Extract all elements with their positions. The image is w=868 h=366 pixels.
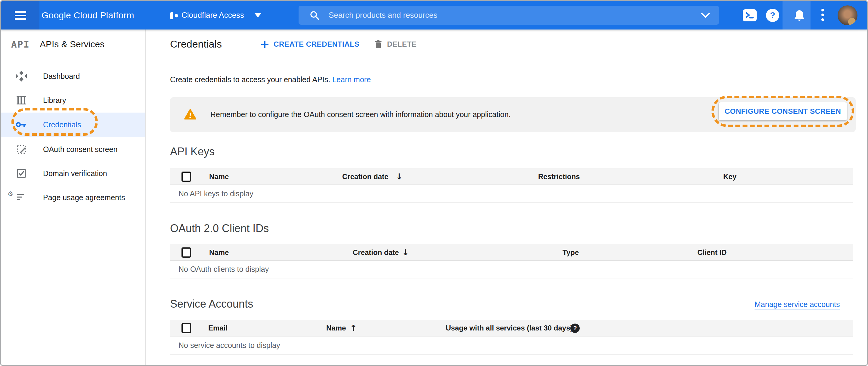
select-all-checkbox[interactable] [182, 247, 191, 257]
api-product-icon: API [11, 39, 30, 50]
column-header-creation-date[interactable]: Creation date [342, 168, 388, 185]
consent-warning-banner: Remember to configure the OAuth consent … [170, 97, 856, 132]
browser-window: Google Cloud Platform Cloudflare Access [0, 0, 868, 366]
service-accounts-table-header: Email Name ↑ Usage with all services (la… [170, 319, 852, 336]
sidebar-item-dashboard[interactable]: Dashboard [1, 64, 145, 88]
manage-service-accounts-link[interactable]: Manage service accounts [754, 300, 840, 309]
search-input[interactable] [329, 6, 684, 25]
sidebar-item-library[interactable]: Library [1, 88, 145, 112]
create-credentials-button[interactable]: CREATE CREDENTIALS [260, 30, 359, 59]
service-accounts-empty-row: No service accounts to display [170, 336, 852, 355]
column-header-name[interactable]: Name [326, 319, 346, 336]
terminal-icon [745, 11, 754, 19]
oauth-clients-empty-row: No OAuth clients to display [170, 261, 852, 278]
consent-screen-icon [16, 143, 27, 155]
page-usage-icon [16, 191, 27, 204]
oauth-clients-heading: OAuth 2.0 Client IDs [170, 222, 269, 235]
sidebar-product-title: APIs & Services [40, 30, 104, 59]
hamburger-menu-icon[interactable] [15, 11, 26, 22]
column-header-restrictions[interactable]: Restrictions [538, 168, 580, 185]
column-header-creation-date[interactable]: Creation date [353, 244, 399, 261]
sidebar-item-page-usage-agreements[interactable]: ⚙ Page usage agreements [1, 185, 145, 210]
sidebar: API APIs & Services Dashboard Library [1, 30, 146, 365]
usage-help-icon[interactable]: ? [570, 324, 580, 333]
main-content: Credentials CREATE CREDENTIALS DELETE Cr… [146, 30, 867, 365]
sidebar-header: API APIs & Services [1, 30, 145, 59]
plus-icon [260, 40, 269, 49]
delete-button[interactable]: DELETE [374, 30, 416, 59]
column-header-key[interactable]: Key [723, 168, 737, 185]
column-header-type[interactable]: Type [562, 244, 579, 261]
column-header-name[interactable]: Name [209, 244, 229, 261]
column-header-name[interactable]: Name [209, 168, 229, 185]
search-bar[interactable] [299, 6, 719, 25]
api-keys-heading: API Keys [170, 145, 215, 158]
account-avatar[interactable] [838, 5, 858, 25]
dashboard-icon [16, 70, 27, 82]
top-app-bar: Google Cloud Platform Cloudflare Access [1, 1, 867, 30]
configure-consent-screen-button[interactable]: CONFIGURE CONSENT SCREEN [719, 102, 847, 120]
help-button[interactable]: ? [766, 9, 779, 22]
domain-verification-icon [16, 167, 27, 179]
project-hexagons-icon [169, 10, 179, 21]
gear-icon: ⚙ [7, 190, 13, 197]
sidebar-item-domain-verification[interactable]: Domain verification [1, 161, 145, 185]
select-all-checkbox[interactable] [182, 172, 191, 182]
cloud-shell-button[interactable] [743, 9, 757, 21]
warning-triangle-icon [184, 109, 196, 120]
page-title: Credentials [170, 30, 222, 59]
sidebar-item-credentials[interactable]: Credentials [1, 113, 145, 137]
gcp-logo[interactable]: Google Cloud Platform [41, 1, 134, 30]
question-icon: ? [770, 10, 775, 20]
project-name: Cloudflare Access [182, 1, 244, 30]
caret-down-icon [255, 13, 261, 18]
more-options-icon[interactable] [822, 9, 824, 23]
service-accounts-heading: Service Accounts [170, 298, 253, 310]
column-header-client-id[interactable]: Client ID [698, 244, 726, 261]
page-toolbar: Credentials CREATE CREDENTIALS DELETE [146, 30, 867, 59]
sort-desc-icon[interactable]: ↓ [396, 168, 403, 185]
api-keys-empty-row: No API keys to display [170, 185, 852, 203]
notifications-bell-icon[interactable] [793, 9, 805, 22]
trash-icon [374, 39, 383, 49]
sidebar-item-oauth-consent-screen[interactable]: OAuth consent screen [1, 137, 145, 161]
oauth-clients-table-header: Name Creation date ↓ Type Client ID [170, 244, 852, 261]
chevron-down-icon[interactable] [700, 12, 711, 18]
sort-asc-icon[interactable]: ↑ [350, 319, 357, 336]
select-all-checkbox[interactable] [182, 323, 191, 333]
scrollbar-track[interactable] [859, 30, 859, 365]
key-icon [16, 119, 27, 131]
column-header-usage[interactable]: Usage with all services (last 30 days) [446, 319, 573, 336]
sort-desc-icon[interactable]: ↓ [402, 244, 409, 261]
library-icon [16, 94, 27, 106]
learn-more-link[interactable]: Learn more [332, 75, 371, 84]
intro-text: Create credentials to access your enable… [170, 75, 371, 84]
api-keys-table-header: Name Creation date ↓ Restrictions Key [170, 168, 852, 185]
banner-message: Remember to configure the OAuth consent … [210, 97, 511, 131]
search-icon [309, 10, 320, 21]
column-header-email[interactable]: Email [208, 319, 227, 336]
